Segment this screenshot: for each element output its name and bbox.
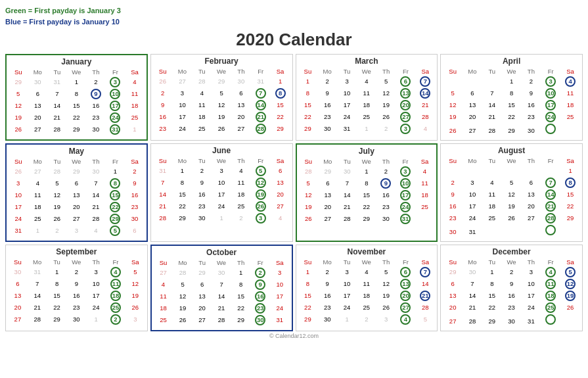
cal-day: 24: [337, 111, 357, 123]
cal-day: 2: [106, 314, 125, 325]
day-header-tu: Tu: [337, 67, 357, 76]
cal-day: 24: [463, 212, 482, 224]
cal-day: 23: [86, 112, 106, 124]
green-circle-day: 16: [255, 291, 265, 302]
cal-day: 4: [482, 177, 502, 189]
cal-day: 15: [502, 99, 522, 111]
green-circle-day: 7: [256, 88, 266, 99]
day-header-fr: Fr: [251, 67, 271, 76]
cal-day: 28: [415, 302, 435, 314]
cal-day: 26: [47, 213, 67, 225]
day-header-fr: Fr: [106, 68, 125, 76]
cal-day: 12: [376, 87, 396, 99]
cal-day: 30: [66, 314, 86, 325]
cal-day: 26: [173, 314, 192, 326]
cal-day: 11: [560, 87, 580, 99]
cal-day: 30: [376, 213, 396, 225]
day-header-mo: Mo: [463, 67, 482, 76]
cal-day: 30: [8, 266, 28, 278]
day-header-sa: Sa: [560, 156, 580, 165]
cal-day: 7: [212, 279, 231, 291]
cal-day: [482, 76, 502, 87]
cal-day: 8: [271, 87, 290, 99]
cal-day: 20: [396, 99, 416, 111]
cal-day: 17: [522, 290, 541, 302]
cal-day: 30: [192, 212, 212, 224]
month-title-december: December: [443, 247, 580, 256]
cal-day: 1: [298, 76, 318, 87]
cal-day: 4: [106, 266, 125, 278]
green-circle-day: 3: [110, 77, 120, 87]
day-header-fr: Fr: [106, 258, 125, 266]
cal-day: 27: [173, 76, 192, 87]
cal-day: 23: [125, 201, 145, 213]
cal-day: 19: [212, 111, 231, 123]
cal-day: 29: [9, 76, 28, 88]
day-header-fr: Fr: [541, 67, 560, 76]
cal-day: 17: [9, 201, 28, 213]
legend-blue: Blue = First payday is January 10: [5, 16, 583, 28]
cal-day: 28: [463, 314, 482, 329]
cal-day: 31: [463, 224, 482, 239]
cal-day: 7: [541, 177, 560, 189]
cal-day: 7: [47, 88, 67, 100]
cal-day: 16: [522, 99, 541, 111]
green-circle-day: 25: [110, 302, 121, 313]
cal-day: 24: [522, 302, 541, 314]
cal-table-april: SuMoTuWeThFrSa12345678910111213141516171…: [443, 67, 580, 138]
cal-table-june: SuMoTuWeThFrSa31123456789101112131415161…: [153, 156, 290, 224]
cal-day: 9: [66, 278, 86, 290]
cal-day: 4: [231, 165, 251, 177]
cal-day: 18: [154, 302, 173, 314]
cal-day: 29: [482, 314, 502, 329]
green-circle-day: 10: [400, 178, 411, 189]
cal-day: 11: [154, 291, 173, 302]
green-circle-day: 8: [110, 178, 120, 189]
month-title-june: June: [153, 146, 290, 155]
day-header-we: We: [212, 258, 231, 267]
cal-day: 5: [560, 266, 580, 278]
day-header-su: Su: [299, 157, 319, 166]
day-header-fr: Fr: [396, 157, 415, 166]
cal-day: 3: [541, 76, 560, 87]
cal-day: 2: [231, 212, 251, 224]
day-header-tu: Tu: [338, 157, 357, 166]
cal-day: 31: [9, 225, 28, 237]
month-july: JulySuMoTuWeThFrSa2829301234567891011121…: [296, 143, 438, 242]
green-circle-day: 15: [110, 190, 120, 201]
green-circle-day: 19: [256, 189, 266, 200]
cal-day: 24: [396, 201, 415, 213]
cal-day: 13: [396, 87, 416, 99]
green-circle-day: 24: [545, 112, 556, 122]
green-circle-day: 24: [400, 202, 411, 212]
cal-day: 4: [154, 279, 173, 291]
cal-day: 12: [173, 291, 192, 302]
green-circle-day: 23: [255, 303, 265, 314]
cal-day: 16: [317, 99, 337, 111]
green-circle-day: 17: [545, 100, 556, 110]
blue-circle-day: 9: [380, 178, 391, 189]
cal-day: 30: [338, 166, 357, 177]
blue-circle-day: 8: [565, 177, 576, 188]
day-header-fr: Fr: [250, 258, 270, 267]
cal-day: 2: [502, 266, 522, 278]
cal-day: 20: [463, 111, 482, 123]
cal-day: 25: [541, 302, 560, 314]
cal-day: 26: [9, 124, 28, 135]
cal-day: 4: [192, 87, 212, 99]
cal-day: 7: [28, 278, 47, 290]
green-circle-day: 3: [256, 213, 266, 224]
cal-day: 23: [317, 302, 337, 314]
cal-day: 14: [153, 189, 173, 201]
cal-day: 7: [86, 177, 106, 189]
cal-day: 30: [522, 123, 541, 138]
cal-day: 19: [560, 290, 580, 302]
cal-day: 8: [502, 87, 522, 99]
month-title-october: October: [154, 248, 290, 257]
day-header-sa: Sa: [415, 67, 435, 76]
cal-day: [443, 165, 463, 177]
cal-day: 16: [125, 189, 145, 201]
cal-day: 10: [463, 189, 482, 201]
day-header-su: Su: [298, 258, 318, 266]
green-circle-day: 25: [545, 302, 556, 313]
